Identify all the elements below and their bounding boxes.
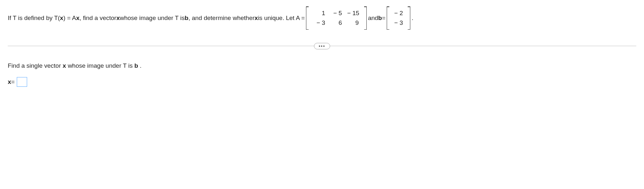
var-b: b bbox=[134, 62, 138, 69]
text-mid4: , and determine whether bbox=[189, 15, 255, 22]
var-b: b bbox=[378, 15, 382, 22]
var-b: b bbox=[185, 15, 189, 22]
matrix-b-cell: − 3 bbox=[392, 18, 405, 28]
text-mid5: is unique. Let A = bbox=[258, 15, 305, 22]
matrix-b-cell: − 2 bbox=[392, 8, 405, 18]
matrix-a-cell: 6 bbox=[328, 18, 344, 28]
text-period: . bbox=[412, 15, 413, 22]
text-mid1: ) = A bbox=[63, 15, 76, 22]
matrix-a-cell: − 5 bbox=[328, 8, 344, 18]
answer-label-x: x bbox=[8, 78, 11, 85]
expand-button[interactable]: ••• bbox=[314, 43, 330, 49]
prompt-text: whose image under T is bbox=[68, 62, 134, 69]
var-x: x bbox=[116, 15, 120, 22]
prompt-text: Find a single vector bbox=[8, 62, 63, 69]
matrix-b: − 2 − 3 bbox=[387, 6, 410, 30]
var-x: x bbox=[60, 15, 64, 22]
answer-input-row: x = bbox=[8, 77, 636, 87]
bracket-left-icon bbox=[387, 6, 390, 30]
matrix-a-cell: − 15 bbox=[344, 8, 362, 18]
text-mid2: , find a vector bbox=[79, 15, 116, 22]
bracket-right-icon bbox=[407, 6, 410, 30]
matrix-a-cell: 1 bbox=[311, 8, 328, 18]
bracket-left-icon bbox=[306, 6, 309, 30]
answer-label-eq: = bbox=[11, 78, 15, 85]
prompt-text: . bbox=[140, 62, 141, 69]
matrix-a-cell: − 3 bbox=[311, 18, 328, 28]
problem-statement: If T is defined by T( x ) = A x , find a… bbox=[8, 6, 636, 30]
ellipsis-icon: ••• bbox=[319, 44, 325, 49]
text-eq: = bbox=[382, 15, 385, 22]
matrix-a-cell: 9 bbox=[344, 18, 361, 28]
matrix-a: 1 − 5 − 15 − 3 6 9 bbox=[306, 6, 367, 30]
answer-prompt: Find a single vector x whose image under… bbox=[8, 62, 636, 69]
answer-section: Find a single vector x whose image under… bbox=[8, 62, 636, 87]
text-and: and bbox=[368, 15, 378, 22]
var-x: x bbox=[255, 15, 258, 22]
section-divider: ••• bbox=[8, 46, 636, 46]
bracket-right-icon bbox=[364, 6, 367, 30]
var-x: x bbox=[63, 62, 66, 69]
text-mid3: whose image under T is bbox=[120, 15, 185, 22]
text-prefix: If T is defined by T( bbox=[8, 15, 60, 22]
var-x: x bbox=[76, 15, 80, 22]
answer-input[interactable] bbox=[17, 77, 27, 87]
